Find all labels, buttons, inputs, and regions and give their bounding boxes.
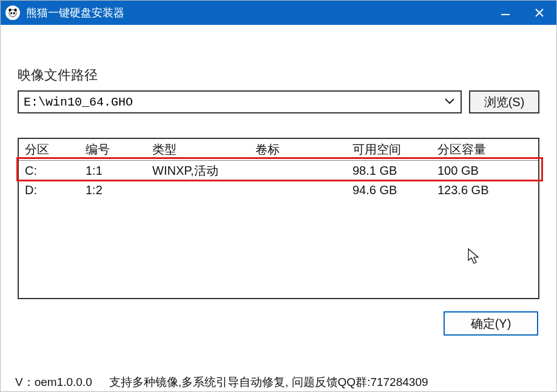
minimize-icon [500, 7, 511, 18]
ok-button-label: 确定(Y) [471, 316, 511, 332]
footer-note: 支持多种镜像,多系统引导自动修复, 问题反馈QQ群:717284309 [109, 374, 428, 390]
ok-button[interactable]: 确定(Y) [444, 311, 538, 336]
footer-version: V：oem1.0.0.0 [15, 374, 92, 390]
cell-capacity: 123.6 GB [437, 183, 535, 197]
header-capacity: 分区容量 [437, 141, 535, 158]
svg-marker-8 [468, 249, 478, 263]
header-free: 可用空间 [353, 141, 437, 158]
svg-point-3 [10, 12, 12, 15]
cell-index: 1:1 [86, 164, 152, 178]
header-volume: 卷标 [255, 141, 353, 158]
cell-free: 98.1 GB [353, 164, 437, 178]
ok-row: 确定(Y) [18, 311, 539, 336]
cell-free: 94.6 GB [353, 183, 437, 197]
browse-button-label: 浏览(S) [484, 94, 525, 110]
chevron-down-icon [445, 96, 454, 107]
footer-bar: V：oem1.0.0.0 支持多种镜像,多系统引导自动修复, 问题反馈QQ群:7… [1, 373, 556, 391]
app-title: 熊猫一键硬盘安装器 [26, 5, 124, 20]
browse-button[interactable]: 浏览(S) [469, 90, 539, 113]
close-icon [534, 7, 545, 18]
cell-capacity: 100 GB [437, 164, 535, 178]
table-row[interactable]: D: 1:2 94.6 GB 123.6 GB [19, 180, 538, 200]
titlebar: 熊猫一键硬盘安装器 [1, 1, 556, 25]
app-window: 熊猫一键硬盘安装器 映像文件路径 E:\win10_64.GHO 浏览(S) 分… [0, 0, 557, 392]
path-row: E:\win10_64.GHO 浏览(S) [18, 90, 539, 113]
image-path-value: E:\win10_64.GHO [24, 95, 133, 109]
header-type: 类型 [152, 141, 255, 158]
cursor-icon [468, 248, 480, 265]
cell-index: 1:2 [86, 183, 152, 197]
table-row[interactable]: C: 1:1 WINXP,活动 98.1 GB 100 GB [19, 161, 538, 180]
path-label: 映像文件路径 [18, 66, 539, 84]
minimize-button[interactable] [488, 1, 522, 25]
header-partition: 分区 [19, 141, 86, 158]
content-area: 映像文件路径 E:\win10_64.GHO 浏览(S) 分区 编号 类型 卷标… [1, 25, 556, 373]
svg-point-1 [8, 8, 12, 12]
header-index: 编号 [86, 141, 152, 158]
svg-point-4 [13, 12, 15, 15]
table-header-row: 分区 编号 类型 卷标 可用空间 分区容量 [19, 139, 538, 161]
image-path-combobox[interactable]: E:\win10_64.GHO [18, 90, 462, 113]
svg-point-2 [14, 8, 17, 12]
panda-icon [5, 5, 20, 20]
partition-table: 分区 编号 类型 卷标 可用空间 分区容量 C: 1:1 WINXP,活动 98… [18, 138, 539, 299]
cell-partition: D: [19, 183, 86, 197]
close-button[interactable] [522, 1, 556, 25]
cell-partition: C: [19, 164, 86, 178]
cell-type: WINXP,活动 [152, 163, 255, 179]
